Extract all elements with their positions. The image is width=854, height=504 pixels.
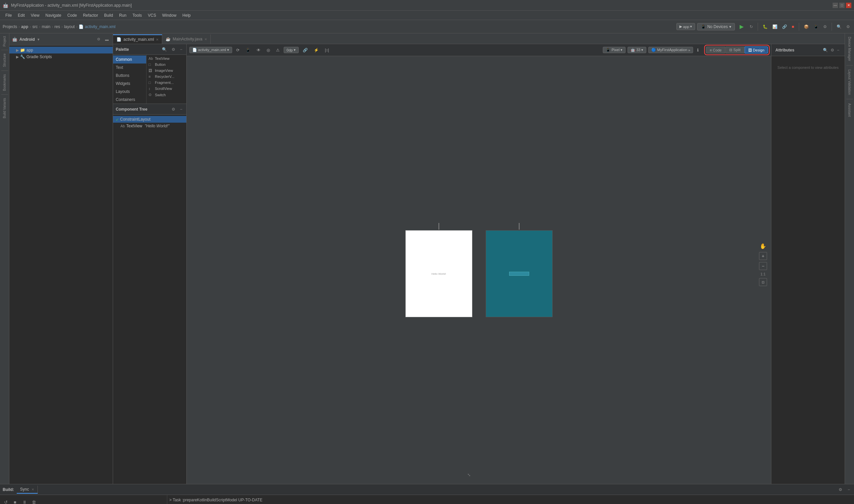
build-sync-button[interactable]: ↺ (2, 498, 10, 504)
tab-mainactivity[interactable]: ☕ MainActivity.java ✕ (162, 34, 210, 44)
margin-dropdown[interactable]: 0dp ▾ (284, 47, 299, 53)
run-button[interactable]: ▶ (737, 22, 746, 32)
maximize-button[interactable]: □ (839, 3, 844, 8)
palette-item-fragment[interactable]: □ Fragment... (146, 79, 186, 86)
layout-btn[interactable]: ⚡ (312, 47, 321, 53)
eye-button[interactable]: 👁 (255, 47, 263, 53)
palette-item-switch[interactable]: ⊙ Switch (146, 92, 186, 98)
breadcrumb-file[interactable]: 📄 activity_main.xml (79, 24, 116, 29)
vertical-guidelines[interactable]: |↕| (323, 47, 331, 53)
app-dropdown[interactable]: 🔵 MyFirstApplication » (648, 47, 693, 53)
no-devices-button[interactable]: 📱 No Devices ▾ (697, 23, 735, 31)
palette-item-scrollview[interactable]: ↕ ScrollView (146, 86, 186, 92)
settings-button[interactable]: ⚙ (845, 24, 851, 30)
tree-item-app[interactable]: ▶ 📁 app (10, 47, 113, 53)
tree-item-gradle-scripts[interactable]: ▶ 🔧 Gradle Scripts (10, 53, 113, 60)
palette-collapse-button[interactable]: − (179, 47, 184, 53)
palette-item-recyclerview[interactable]: ≡ RecyclerV... (146, 73, 186, 79)
tab-close-java[interactable]: ✕ (204, 37, 207, 41)
info-button[interactable]: ℹ (695, 47, 701, 53)
palette-cat-text[interactable]: Text (113, 64, 146, 72)
comp-tree-collapse[interactable]: − (179, 106, 184, 112)
sidebar-label-layout-validation[interactable]: Layout Validation (847, 68, 852, 97)
sdk-manager-button[interactable]: 📦 (802, 24, 810, 30)
menu-edit[interactable]: Edit (15, 12, 28, 18)
tab-close-xml[interactable]: ✕ (156, 38, 159, 41)
build-tab-close[interactable]: ✕ (32, 488, 34, 491)
build-pause-button[interactable]: ⏸ (21, 498, 28, 504)
reload-button[interactable]: ↻ (748, 24, 754, 30)
sidebar-label-project[interactable]: Project (2, 35, 7, 48)
menu-run[interactable]: Run (117, 12, 129, 18)
palette-item-textview[interactable]: Ab TextView (146, 55, 186, 61)
menu-build[interactable]: Build (101, 12, 116, 18)
pan-button[interactable]: ✋ (759, 242, 767, 250)
fit-screen-button[interactable]: ⊡ (759, 278, 767, 286)
build-clear-button[interactable]: 🗑 (30, 498, 37, 504)
palette-settings-button[interactable]: ⚙ (170, 47, 177, 53)
breadcrumb-res[interactable]: res (54, 24, 60, 29)
sidebar-label-assistant[interactable]: Assistant (847, 101, 852, 119)
comp-tree-constraint-layout[interactable]: ↙ ConstraintLayout (113, 116, 186, 123)
palette-search-button[interactable]: 🔍 (160, 47, 168, 53)
code-mode-button[interactable]: ≡ Code (706, 47, 725, 53)
project-settings-button[interactable]: ⚙ (96, 36, 102, 42)
attr-settings-button[interactable]: ⚙ (829, 47, 836, 53)
palette-cat-common[interactable]: Common (113, 55, 146, 64)
minimize-button[interactable]: — (833, 3, 838, 8)
palette-item-imageview[interactable]: 🖼 ImageView (146, 68, 186, 73)
comp-tree-settings[interactable]: ⚙ (170, 106, 177, 112)
sidebar-label-build-variants[interactable]: Build Variants (2, 96, 7, 120)
menu-view[interactable]: View (28, 12, 42, 18)
menu-window[interactable]: Window (160, 12, 179, 18)
blueprint-button[interactable]: ◎ (265, 47, 272, 53)
split-mode-button[interactable]: ⊟ Split (726, 47, 744, 53)
zoom-out-button[interactable]: − (759, 262, 767, 270)
build-stop-button[interactable]: ■ (11, 498, 19, 504)
build-tab-sync[interactable]: Sync ✕ (17, 486, 38, 493)
sync-project-button[interactable]: ⚙ (822, 24, 828, 30)
device-dropdown[interactable]: 📱 Pixel ▾ (603, 47, 626, 53)
palette-cat-layouts[interactable]: Layouts (113, 88, 146, 95)
menu-file[interactable]: File (3, 12, 14, 18)
stop-button[interactable]: ■ (790, 24, 796, 30)
window-controls[interactable]: — □ ✕ (833, 3, 851, 8)
comp-tree-textview[interactable]: Ab TextView "Hello World!" (113, 123, 186, 129)
profile-button[interactable]: 📊 (771, 24, 779, 30)
android-dropdown-icon[interactable]: ▾ (37, 37, 39, 42)
menu-vcs[interactable]: VCS (145, 12, 159, 18)
menu-refactor[interactable]: Refactor (80, 12, 101, 18)
design-mode-button[interactable]: 🖼 Design (745, 47, 768, 53)
resize-handle[interactable]: ⤡ (467, 472, 471, 477)
zoom-in-button[interactable]: + (759, 252, 767, 260)
attach-debugger-button[interactable]: 🔗 (781, 24, 788, 30)
palette-cat-buttons[interactable]: Buttons (113, 72, 146, 79)
close-button[interactable]: ✕ (846, 3, 851, 8)
warning-button[interactable]: ⚠ (274, 47, 282, 53)
menu-help[interactable]: Help (180, 12, 193, 18)
tab-activity-main[interactable]: 📄 activity_main.xml ✕ (113, 34, 162, 44)
sidebar-label-bookmarks[interactable]: Bookmarks (2, 73, 7, 92)
breadcrumb-src[interactable]: src (32, 24, 38, 29)
sidebar-label-structure[interactable]: Structure (2, 52, 7, 69)
attr-collapse-button[interactable]: − (836, 47, 841, 53)
build-minimize-button[interactable]: − (846, 487, 851, 493)
search-everywhere-button[interactable]: 🔍 (835, 24, 843, 30)
breadcrumb-layout[interactable]: layout (64, 24, 75, 29)
api-dropdown[interactable]: 🤖 33 ▾ (628, 47, 646, 53)
avd-manager-button[interactable]: 📱 (812, 24, 820, 30)
project-collapse-button[interactable]: ▬ (104, 37, 110, 42)
breadcrumb-main[interactable]: main (42, 24, 51, 29)
menu-tools[interactable]: Tools (130, 12, 144, 18)
debug-button[interactable]: 🐛 (761, 24, 769, 30)
breadcrumb-app[interactable]: app (21, 24, 28, 29)
build-settings-button[interactable]: ⚙ (837, 487, 843, 493)
breadcrumb-projects[interactable]: Projects (3, 24, 17, 29)
sidebar-label-device-manager[interactable]: Device Manager (847, 35, 852, 63)
menu-navigate[interactable]: Navigate (43, 12, 64, 18)
palette-cat-containers[interactable]: Containers (113, 95, 146, 104)
attr-search-button[interactable]: 🔍 (822, 47, 829, 53)
file-dropdown[interactable]: 📄 activity_main.xml ▾ (189, 47, 232, 53)
orient-button[interactable]: ⟳ (234, 47, 242, 53)
menu-code[interactable]: Code (65, 12, 80, 18)
